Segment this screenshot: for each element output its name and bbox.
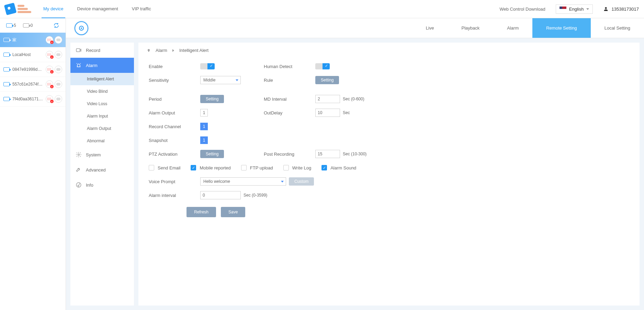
tab-playback[interactable]: Playback (448, 18, 494, 38)
snapshot-channel-box[interactable]: 1 (200, 136, 208, 144)
period-setting-button[interactable]: Setting (200, 95, 224, 103)
rule-setting-button[interactable]: Setting (315, 76, 339, 84)
custom-button[interactable]: Custom (289, 177, 314, 186)
nav-video-loss[interactable]: Video Loss (70, 98, 134, 110)
signal-icon: × (46, 66, 53, 73)
device-item[interactable]: 7f4d0aa361710... × (0, 92, 66, 107)
nav-abnormal[interactable]: Abnormal (70, 135, 134, 147)
device-item[interactable]: 557c61e2674ff... × (0, 77, 66, 92)
user-menu[interactable]: 13538173017 (603, 6, 639, 12)
nav-record[interactable]: Record (70, 43, 134, 58)
select-sensitivity[interactable]: Middle (200, 76, 241, 84)
label-human-detect: Human Detect (264, 64, 315, 69)
language-label: English (569, 7, 584, 12)
checkbox-ftp-upload[interactable]: FTP upload (241, 165, 273, 170)
nav-alarm-input[interactable]: Alarm Input (70, 110, 134, 122)
checkbox-alarm-sound[interactable]: Alarm Sound (321, 165, 356, 170)
nav-intelligent-alert[interactable]: Intelligent Alert (70, 73, 134, 85)
refresh-icon[interactable] (53, 22, 59, 29)
signal-icon: × (46, 80, 53, 88)
count-on-value: 5 (14, 23, 16, 28)
tab-remote-setting[interactable]: Remote Setting (532, 18, 591, 38)
out-delay-input[interactable] (315, 109, 340, 117)
alarm-interval-suffix: Sec (0-3599) (244, 193, 267, 198)
label-ptz-activation: PTZ Activation (149, 152, 200, 157)
device-item[interactable]: 0847e91999d5... × (0, 62, 66, 77)
cloud-icon (55, 80, 62, 88)
checkbox-icon (149, 165, 154, 170)
nav-advanced-label: Advanced (86, 167, 106, 173)
sub-header: Live Playback Alarm Remote Setting Local… (66, 18, 644, 38)
device-count-online: 5 (6, 23, 16, 28)
select-voice-prompt-value: Hello welcome (203, 179, 230, 184)
chevron-down-icon (236, 79, 238, 81)
nav-device-management[interactable]: Device management (76, 0, 120, 18)
checkbox-write-log[interactable]: Write Log (283, 165, 311, 170)
nav-alarm[interactable]: Alarm (70, 58, 134, 73)
checkbox-mobile-reported[interactable]: Mobile reported (191, 165, 230, 170)
nav-alarm-output[interactable]: Alarm Output (70, 122, 134, 135)
md-interval-input[interactable] (315, 95, 340, 103)
language-selector[interactable]: English (556, 4, 593, 14)
device-count-offline: 0 (23, 23, 33, 28)
breadcrumb-alarm[interactable]: Alarm (156, 48, 167, 53)
nav-advanced[interactable]: Advanced (70, 162, 134, 177)
checkbox-label: FTP upload (250, 165, 273, 170)
checkbox-label: Alarm Sound (330, 165, 356, 170)
gear-icon (76, 152, 82, 158)
select-sensitivity-value: Middle (203, 78, 215, 82)
svg-point-2 (78, 154, 80, 156)
form-content: Enable Human Detect Sensitivity (138, 58, 640, 221)
alarm-interval-input[interactable] (200, 191, 241, 199)
device-status-icons: × (46, 36, 62, 44)
nav-alarm-label: Alarm (86, 63, 98, 68)
toggle-enable[interactable] (200, 63, 215, 69)
device-item[interactable]: LocalHost × (0, 47, 66, 62)
device-status-icons: × (46, 95, 62, 103)
device-item[interactable]: 家 × (0, 33, 66, 47)
logo[interactable] (5, 4, 31, 14)
signal-icon: × (46, 51, 53, 58)
checkbox-icon (283, 165, 289, 170)
nav-my-device[interactable]: My device (42, 0, 65, 18)
toggle-human-detect[interactable] (315, 63, 330, 69)
main-nav: My device Device management VIP traffic (42, 0, 153, 18)
label-alarm-output: Alarm Output (149, 110, 200, 115)
alarm-output-channel[interactable]: 1 (200, 109, 208, 117)
device-list: 家 × LocalHost × 0847e91999d5... × (0, 33, 66, 107)
label-sensitivity: Sensitivity (149, 78, 200, 83)
flag-icon (560, 7, 566, 11)
ptz-setting-button[interactable]: Setting (200, 150, 224, 158)
nav-system[interactable]: System (70, 147, 134, 162)
cloud-icon (55, 36, 62, 44)
nav-video-blind[interactable]: Video Blind (70, 85, 134, 98)
tab-local-setting[interactable]: Local Setting (591, 18, 644, 38)
save-button[interactable]: Save (221, 207, 245, 217)
logo-icon (4, 3, 17, 15)
checkbox-icon (191, 165, 196, 170)
camera-icon (6, 23, 12, 27)
content-area: Live Playback Alarm Remote Setting Local… (66, 18, 644, 310)
post-recording-input[interactable] (315, 150, 340, 158)
checkbox-send-email[interactable]: Send Email (149, 165, 180, 170)
select-voice-prompt[interactable]: Hello welcome (200, 177, 286, 186)
device-status-icons: × (46, 80, 62, 88)
nav-vip-traffic[interactable]: VIP traffic (130, 0, 153, 18)
checkbox-label: Send Email (158, 165, 180, 170)
breadcrumb: Alarm Intelligent Alert (138, 43, 640, 58)
nav-info-label: Info (86, 182, 93, 188)
record-channel-box[interactable]: 1 (200, 123, 208, 130)
checkbox-icon (241, 165, 247, 170)
alarm-icon (76, 62, 82, 68)
refresh-button[interactable]: Refresh (187, 207, 216, 217)
tab-live[interactable]: Live (412, 18, 448, 38)
tab-alarm[interactable]: Alarm (493, 18, 532, 38)
device-name: LocalHost (12, 52, 43, 57)
eye-logo-icon (75, 21, 88, 35)
cloud-icon (55, 51, 62, 58)
checkbox-label: Write Log (292, 165, 311, 170)
cloud-icon (55, 66, 62, 73)
nav-info[interactable]: Info (70, 177, 134, 192)
label-snapshot: Snapshot (149, 138, 200, 143)
web-control-download-link[interactable]: Web Control Download (499, 7, 545, 12)
